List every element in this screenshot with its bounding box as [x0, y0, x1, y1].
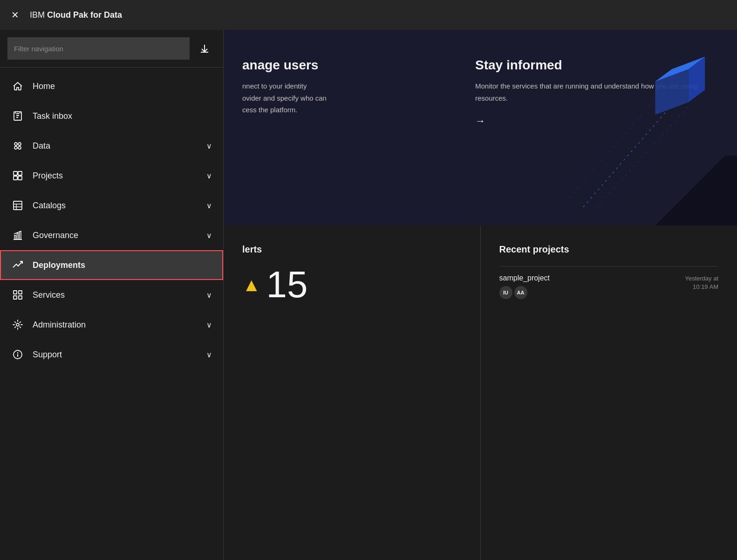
svg-point-3: [14, 143, 17, 145]
project-left: sample_project IU AA: [499, 274, 550, 299]
top-bar: ✕ IBM Cloud Pak for Data: [0, 0, 737, 30]
sidebar-item-data[interactable]: Data ∨: [0, 131, 223, 161]
data-icon: [11, 139, 24, 152]
sidebar-item-services[interactable]: Services ∨: [0, 280, 223, 310]
svg-point-23: [16, 323, 19, 326]
governance-chevron-icon: ∨: [206, 231, 212, 240]
app-title-bold: Cloud Pak for Data: [47, 10, 122, 20]
close-button[interactable]: ✕: [7, 7, 22, 22]
app-title: IBM Cloud Pak for Data: [30, 10, 122, 20]
svg-rect-19: [14, 291, 17, 294]
stay-informed-arrow[interactable]: →: [475, 115, 485, 127]
svg-point-5: [14, 146, 17, 149]
alert-triangle-icon: ▲: [242, 274, 261, 295]
sidebar-item-deployments-label: Deployments: [33, 260, 212, 270]
sidebar-item-catalogs[interactable]: Catalogs ∨: [0, 191, 223, 220]
svg-rect-21: [14, 296, 17, 299]
sidebar-item-task-inbox[interactable]: Task inbox: [0, 101, 223, 131]
sidebar-item-data-label: Data: [33, 141, 198, 151]
sidebar-item-deployments[interactable]: Deployments: [0, 250, 223, 280]
avatar-iu: IU: [499, 286, 512, 299]
project-row: sample_project IU AA Yesterday at10:19 A…: [499, 266, 719, 307]
projects-chevron-icon: ∨: [206, 171, 212, 180]
collapse-button[interactable]: [193, 37, 216, 60]
deployments-icon: [11, 259, 24, 272]
governance-icon: [11, 229, 24, 242]
manage-users-card: anage users nnect to your identity ovide…: [224, 30, 457, 225]
svg-rect-22: [19, 296, 22, 299]
svg-point-6: [18, 146, 21, 149]
catalogs-chevron-icon: ∨: [206, 201, 212, 210]
svg-marker-28: [655, 69, 688, 115]
recent-projects-panel: Recent projects sample_project IU AA Yes…: [481, 225, 737, 560]
administration-chevron-icon: ∨: [206, 321, 212, 329]
sidebar-item-catalogs-label: Catalogs: [33, 201, 198, 211]
project-right: Yesterday at10:19 AM: [685, 274, 718, 291]
bottom-section: lerts ▲ 15 Recent projects sample_projec…: [224, 225, 737, 560]
sidebar-item-administration[interactable]: Administration ∨: [0, 310, 223, 340]
svg-rect-17: [17, 233, 19, 239]
support-chevron-icon: ∨: [206, 350, 212, 359]
svg-rect-9: [14, 176, 17, 180]
svg-rect-11: [14, 201, 22, 210]
avatar-aa: AA: [514, 286, 527, 299]
alerts-panel: lerts ▲ 15: [224, 225, 480, 560]
filter-bar: [0, 30, 223, 68]
cube-decoration: [635, 48, 709, 123]
alerts-title: lerts: [242, 244, 462, 255]
data-chevron-icon: ∨: [206, 142, 212, 150]
filter-navigation-input[interactable]: [7, 37, 190, 60]
project-name: sample_project: [499, 274, 550, 282]
sidebar-item-home-label: Home: [33, 82, 212, 91]
avatar-group: IU AA: [499, 286, 550, 299]
svg-rect-16: [14, 235, 16, 239]
home-icon: [11, 80, 24, 93]
hero-section: anage users nnect to your identity ovide…: [224, 30, 737, 225]
services-chevron-icon: ∨: [206, 291, 212, 300]
sidebar-item-task-inbox-label: Task inbox: [33, 111, 212, 121]
catalogs-icon: [11, 199, 24, 212]
sidebar-item-home[interactable]: Home: [0, 71, 223, 101]
svg-rect-18: [20, 232, 21, 239]
main-content: anage users nnect to your identity ovide…: [224, 30, 737, 560]
project-time: Yesterday at10:19 AM: [685, 275, 718, 290]
sidebar-item-support[interactable]: Support ∨: [0, 340, 223, 369]
sidebar: Home Task inbox: [0, 30, 224, 560]
svg-rect-20: [19, 291, 22, 294]
task-inbox-icon: [11, 109, 24, 123]
sidebar-item-administration-label: Administration: [33, 320, 198, 330]
decorative-triangle: [644, 156, 737, 225]
manage-users-description: nnect to your identity ovider and specif…: [242, 80, 438, 116]
nav-list: Home Task inbox: [0, 68, 223, 560]
manage-users-title: anage users: [242, 58, 438, 73]
collapse-icon: [199, 43, 210, 54]
svg-point-4: [18, 143, 21, 145]
administration-icon: [11, 318, 24, 331]
sidebar-item-projects-label: Projects: [33, 171, 198, 181]
support-icon: [11, 348, 24, 361]
svg-rect-7: [14, 171, 17, 175]
sidebar-item-governance-label: Governance: [33, 231, 198, 240]
alerts-count: 15: [266, 266, 308, 303]
services-icon: [11, 288, 24, 301]
alerts-count-row: ▲ 15: [242, 266, 462, 303]
sidebar-item-support-label: Support: [33, 350, 198, 360]
recent-projects-title: Recent projects: [499, 244, 719, 255]
sidebar-item-projects[interactable]: Projects ∨: [0, 161, 223, 191]
projects-icon: [11, 169, 24, 182]
sidebar-item-governance[interactable]: Governance ∨: [0, 220, 223, 250]
svg-rect-8: [18, 171, 22, 175]
sidebar-item-services-label: Services: [33, 290, 198, 300]
main-layout: Home Task inbox: [0, 30, 737, 560]
svg-rect-10: [18, 176, 22, 180]
